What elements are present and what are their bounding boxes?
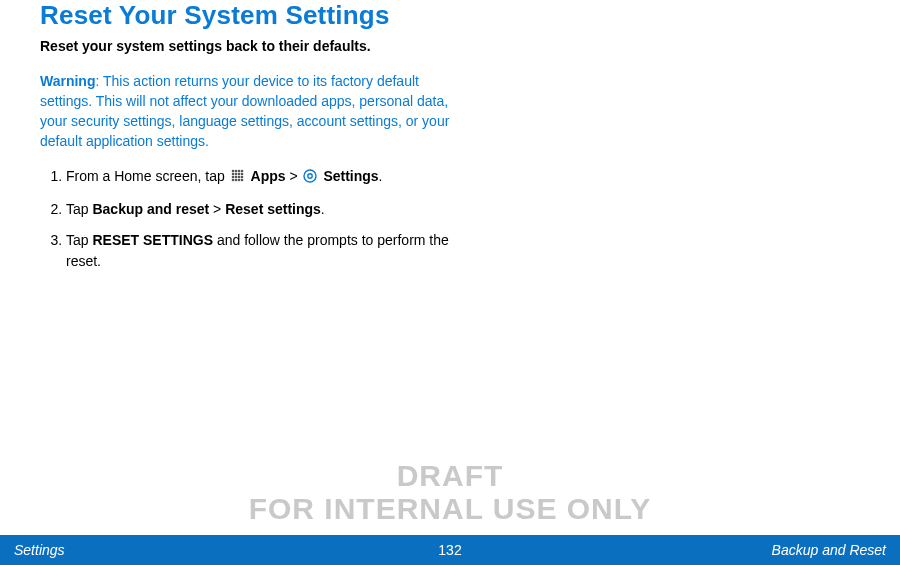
page-title: Reset Your System Settings <box>40 0 450 31</box>
step-2-suffix: . <box>321 201 325 217</box>
step-1-prefix: From a Home screen, tap <box>66 168 229 184</box>
svg-point-2 <box>237 169 240 172</box>
settings-gear-icon <box>303 168 317 189</box>
step-3: Tap RESET SETTINGS and follow the prompt… <box>66 230 450 272</box>
step-2-b: Reset settings <box>225 201 321 217</box>
svg-point-6 <box>237 172 240 175</box>
svg-point-7 <box>240 172 243 175</box>
svg-point-3 <box>240 169 243 172</box>
footer-right: Backup and Reset <box>772 542 886 558</box>
svg-point-14 <box>237 178 240 181</box>
watermark-line1: DRAFT <box>0 459 900 492</box>
step-3-a: RESET SETTINGS <box>92 232 213 248</box>
watermark-line2: FOR INTERNAL USE ONLY <box>0 492 900 525</box>
step-1-suffix: . <box>379 168 383 184</box>
step-3-prefix: Tap <box>66 232 92 248</box>
step-1-settings: Settings <box>323 168 378 184</box>
step-2-prefix: Tap <box>66 201 92 217</box>
step-1-sep: > <box>286 168 302 184</box>
svg-point-8 <box>231 175 234 178</box>
step-2: Tap Backup and reset > Reset settings. <box>66 199 450 220</box>
svg-point-17 <box>308 174 312 178</box>
svg-point-5 <box>234 172 237 175</box>
svg-point-1 <box>234 169 237 172</box>
svg-point-12 <box>231 178 234 181</box>
warning-sep: : <box>95 73 103 89</box>
step-2-a: Backup and reset <box>92 201 209 217</box>
svg-point-0 <box>231 169 234 172</box>
steps-list: From a Home screen, tap Apps > <box>40 166 450 272</box>
page-subtitle: Reset your system settings back to their… <box>40 37 450 57</box>
step-1: From a Home screen, tap Apps > <box>66 166 450 189</box>
step-1-apps: Apps <box>251 168 286 184</box>
footer-left: Settings <box>14 542 65 558</box>
svg-point-4 <box>231 172 234 175</box>
step-2-sep: > <box>209 201 225 217</box>
watermark: DRAFT FOR INTERNAL USE ONLY <box>0 459 900 525</box>
svg-point-15 <box>240 178 243 181</box>
footer-bar: Settings 132 Backup and Reset <box>0 535 900 565</box>
svg-point-9 <box>234 175 237 178</box>
warning-label: Warning <box>40 73 95 89</box>
svg-point-11 <box>240 175 243 178</box>
footer-page-number: 132 <box>438 542 461 558</box>
apps-grid-icon <box>231 168 245 189</box>
warning-paragraph: Warning: This action returns your device… <box>40 71 450 152</box>
svg-point-16 <box>304 170 316 182</box>
svg-point-13 <box>234 178 237 181</box>
svg-point-10 <box>237 175 240 178</box>
